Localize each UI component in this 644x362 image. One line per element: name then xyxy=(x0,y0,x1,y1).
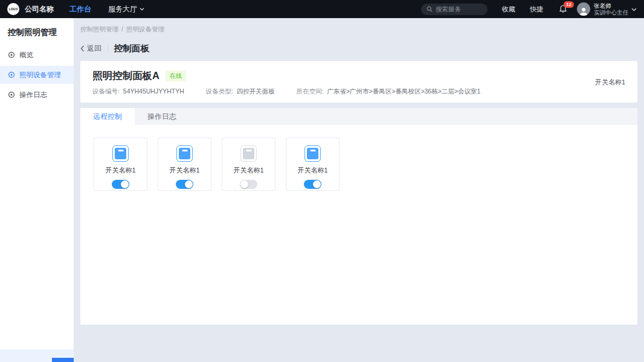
page-title: 控制面板 xyxy=(114,43,149,54)
switch-toggle[interactable] xyxy=(112,180,129,189)
switch-toggle[interactable] xyxy=(240,180,257,189)
device-field-number: 设备编号: 54YH45UHJYYHTYH xyxy=(92,87,184,96)
user-avatar[interactable] xyxy=(577,2,590,16)
field-label: 设备类型: xyxy=(206,87,233,95)
switch-panel-icon xyxy=(176,145,193,162)
company-name: 公司名称 xyxy=(25,4,54,14)
search-icon xyxy=(427,6,433,12)
switch-card-3: 开关名称1 xyxy=(222,138,275,191)
chevron-down-icon xyxy=(140,7,144,11)
switch-name: 开关名称1 xyxy=(169,166,199,175)
notification-count-badge: 12 xyxy=(564,1,574,8)
search-box[interactable] xyxy=(421,4,488,15)
device-info-card: 照明控制面板A 在线 设备编号: 54YH45UHJYYHTYH 设备类型: 四… xyxy=(80,61,637,103)
user-menu[interactable]: 张老师 实训中心主任 xyxy=(594,2,628,16)
device-field-type: 设备类型: 四控开关面板 xyxy=(206,87,275,96)
user-role: 实训中心主任 xyxy=(594,9,628,16)
back-label: 返回 xyxy=(87,43,101,54)
switch-toggle[interactable] xyxy=(304,180,321,189)
switch-panel-icon xyxy=(112,145,129,162)
switch-name: 开关名称1 xyxy=(233,166,263,175)
nav-label: 工作台 xyxy=(69,4,91,14)
breadcrumb: 控制照明管理 / 照明设备管理 xyxy=(80,25,637,34)
nav-label: 服务大厅 xyxy=(108,4,137,14)
switch-panel-icon xyxy=(304,145,321,162)
switch-name: 开关名称1 xyxy=(105,166,135,175)
switch-card-4: 开关名称1 xyxy=(286,138,340,191)
field-value: 54YH45UHJYYHTYH xyxy=(123,87,184,95)
main-area: 控制照明管理 / 照明设备管理 返回 控制面板 照明控制面板A 在线 设备编号: xyxy=(74,18,644,362)
switch-card-row: 开关名称1 开关名称1 开关名称1 开关名称1 xyxy=(94,138,624,191)
company-logo[interactable]: LOGO xyxy=(7,3,19,15)
device-name: 照明控制面板A xyxy=(92,69,159,83)
top-navigation: 工作台 服务大厅 xyxy=(69,4,144,14)
notifications-button[interactable]: 12 xyxy=(559,5,567,13)
shortcuts-button[interactable]: 快捷 xyxy=(530,5,543,14)
sidebar-item-label: 操作日志 xyxy=(19,91,47,100)
tab-remote-control[interactable]: 远程控制 xyxy=(80,108,135,125)
switch-toggle[interactable] xyxy=(176,180,193,189)
tab-bar: 远程控制 操作日志 xyxy=(80,108,637,125)
user-menu-chevron-down-icon[interactable] xyxy=(631,7,637,11)
sidebar-item-label: 概览 xyxy=(19,51,33,60)
device-card-right-label: 开关名称1 xyxy=(595,77,625,86)
field-label: 所在空间: xyxy=(297,87,324,95)
sidebar: 控制照明管理 概览 照明设备管理 操作日志 xyxy=(0,18,74,362)
sidebar-title: 控制照明管理 xyxy=(0,18,74,38)
horizontal-scrollbar-thumb[interactable] xyxy=(52,358,74,362)
search-input[interactable] xyxy=(436,5,478,13)
breadcrumb-item[interactable]: 照明设备管理 xyxy=(126,25,164,34)
user-name: 张老师 xyxy=(594,2,628,9)
sidebar-item-operation-log[interactable]: 操作日志 xyxy=(0,86,74,104)
sidebar-footer xyxy=(0,349,74,362)
favorites-button[interactable]: 收藏 xyxy=(502,5,515,14)
gear-icon xyxy=(8,91,15,98)
topbar: LOGO 公司名称 工作台 服务大厅 收藏 快捷 12 张老师 实训中心主任 xyxy=(0,0,644,18)
field-value: 广东省>广州市>番禺区>番禺校区>36栋>二层>会议室1 xyxy=(327,87,480,95)
header-divider xyxy=(108,45,108,52)
sidebar-menu: 概览 照明设备管理 操作日志 xyxy=(0,46,74,104)
switch-panel-icon xyxy=(240,145,257,162)
field-label: 设备编号: xyxy=(92,87,120,95)
switch-card-2: 开关名称1 xyxy=(158,138,211,191)
sidebar-item-lighting-device-management[interactable]: 照明设备管理 xyxy=(0,66,74,84)
field-value: 四控开关面板 xyxy=(237,87,275,95)
tab-content: 开关名称1 开关名称1 开关名称1 开关名称1 xyxy=(80,125,637,325)
logo-text: LOGO xyxy=(9,7,18,11)
nav-item-service-hall[interactable]: 服务大厅 xyxy=(108,4,144,14)
sidebar-item-label: 照明设备管理 xyxy=(19,71,61,80)
breadcrumb-item[interactable]: 控制照明管理 xyxy=(80,25,118,34)
back-button[interactable]: 返回 xyxy=(80,43,101,54)
page-header: 返回 控制面板 xyxy=(80,43,637,54)
sidebar-item-overview[interactable]: 概览 xyxy=(0,46,74,64)
switch-card-1: 开关名称1 xyxy=(94,138,147,191)
status-badge-online: 在线 xyxy=(166,71,186,81)
gear-icon xyxy=(8,71,15,78)
breadcrumb-separator: / xyxy=(121,25,123,34)
gear-icon xyxy=(8,51,15,59)
device-field-location: 所在空间: 广东省>广州市>番禺区>番禺校区>36栋>二层>会议室1 xyxy=(297,87,481,96)
tab-operation-log[interactable]: 操作日志 xyxy=(135,108,189,125)
switch-name: 开关名称1 xyxy=(297,166,327,175)
nav-item-workbench[interactable]: 工作台 xyxy=(69,4,91,14)
chevron-left-icon xyxy=(80,45,85,52)
